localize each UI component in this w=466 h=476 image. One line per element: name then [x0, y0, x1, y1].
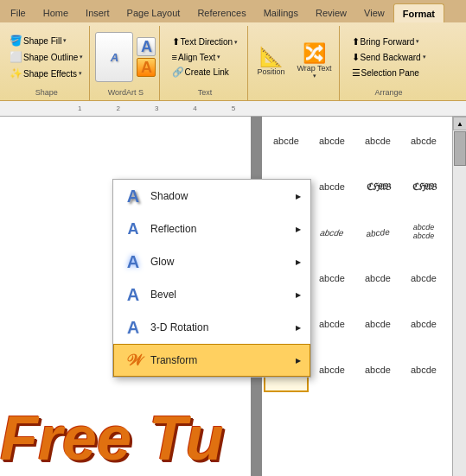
- wordart-cell-2[interactable]: abcde: [355, 118, 400, 163]
- wordart-cell-6[interactable]: ℭℌ𝔄𝔅: [355, 164, 400, 209]
- shape-effects-icon: ✨: [10, 67, 22, 79]
- wordart-cell-18[interactable]: abcde: [355, 301, 400, 346]
- menu-bevel[interactable]: A Bevel ▶: [113, 278, 310, 311]
- shape-group-content: 🪣 Shape Fill ▾ ⬜ Shape Outline ▾ ✨ Shape…: [7, 28, 86, 86]
- shape-fill-button[interactable]: 🪣 Shape Fill ▾: [7, 33, 69, 48]
- wordart-cell-22[interactable]: abcde: [355, 347, 400, 392]
- create-link-button[interactable]: 🔗 Create Link: [169, 65, 232, 79]
- arrange-buttons: ⬆ Bring Forward ▾ ⬇ Send Backward ▾ ☰ Se…: [349, 35, 429, 80]
- transform-menu-icon: 𝒲: [123, 350, 144, 371]
- tab-insert[interactable]: Insert: [77, 3, 118, 22]
- text-direction-button[interactable]: ⬆ Text Direction ▾: [169, 35, 241, 49]
- bevel-menu-label: Bevel: [150, 289, 176, 301]
- wordart-group-content: A A A: [95, 28, 156, 86]
- shadow-menu-label: Shadow: [150, 190, 188, 202]
- text-effects-menu: A Shadow ▶ A Reflection ▶ A Glow ▶ A Bev…: [112, 179, 311, 378]
- ruler: 1 2 3 4 5: [0, 101, 466, 117]
- bevel-menu-arrow: ▶: [296, 291, 301, 299]
- wrap-text-button[interactable]: 🔀 Wrap Text ▾: [293, 41, 335, 81]
- wordart-group-label: WordArt S: [108, 88, 144, 98]
- wordart-cell-10[interactable]: abcde: [354, 208, 402, 257]
- menu-shadow[interactable]: A Shadow ▶: [113, 180, 310, 213]
- tab-format[interactable]: Format: [393, 3, 444, 22]
- wordart-a-bottom-button[interactable]: A: [137, 58, 156, 77]
- wordart-cell-11[interactable]: abcdeabcde: [401, 210, 446, 255]
- wordart-cell-15[interactable]: abcde: [401, 256, 446, 301]
- reflection-menu-label: Reflection: [150, 223, 196, 235]
- shape-effects-button[interactable]: ✨ Shape Effects ▾: [7, 66, 85, 81]
- 3d-rotation-menu-icon: A: [123, 317, 144, 338]
- wordart-cell-1[interactable]: abcde: [310, 118, 354, 163]
- shadow-menu-icon: A: [123, 186, 144, 206]
- selection-pane-button[interactable]: ☰ Selection Pane: [349, 66, 422, 80]
- tab-file[interactable]: File: [2, 3, 35, 22]
- tab-home[interactable]: Home: [35, 3, 77, 22]
- wordart-cell-5[interactable]: abcde: [310, 164, 354, 209]
- group-shape: 🪣 Shape Fill ▾ ⬜ Shape Outline ▾ ✨ Shape…: [3, 26, 90, 100]
- tab-references[interactable]: References: [188, 3, 254, 22]
- bring-forward-button[interactable]: ⬆ Bring Forward ▾: [349, 35, 423, 49]
- wordart-cell-21[interactable]: abcde: [310, 347, 354, 392]
- scroll-up-button[interactable]: ▲: [453, 117, 466, 130]
- ribbon-body: 🪣 Shape Fill ▾ ⬜ Shape Outline ▾ ✨ Shape…: [0, 22, 466, 100]
- menu-reflection[interactable]: A Reflection ▶: [113, 213, 310, 245]
- tab-view[interactable]: View: [355, 3, 393, 22]
- shape-outline-button[interactable]: ⬜ Shape Outline ▾: [7, 49, 86, 65]
- content-area: 1 2 3 4 5 Free Tu abcde abcde abcde abcd…: [0, 101, 466, 476]
- shape-buttons: 🪣 Shape Fill ▾ ⬜ Shape Outline ▾ ✨ Shape…: [7, 33, 86, 81]
- wrap-text-icon: 🔀: [304, 43, 325, 64]
- menu-glow[interactable]: A Glow ▶: [113, 245, 310, 278]
- arrange-group-content: ⬆ Bring Forward ▾ ⬇ Send Backward ▾ ☰ Se…: [349, 28, 429, 86]
- position-icon: 📐: [260, 47, 281, 67]
- send-backward-icon: ⬇: [352, 52, 360, 63]
- create-link-icon: 🔗: [172, 67, 184, 78]
- bring-forward-icon: ⬆: [352, 36, 360, 48]
- group-wordart: A A A WordArt S: [92, 26, 160, 100]
- wordart-cell-14[interactable]: abcde: [355, 256, 400, 301]
- free-text: Free Tu: [0, 403, 224, 473]
- transform-menu-arrow: ▶: [296, 357, 301, 365]
- glow-menu-arrow: ▶: [296, 258, 301, 266]
- text-direction-icon: ⬆: [172, 36, 180, 48]
- group-arrange: ⬆ Bring Forward ▾ ⬇ Send Backward ▾ ☰ Se…: [342, 26, 437, 100]
- wordart-cell-3[interactable]: abcde: [401, 118, 446, 163]
- wordart-cell-17[interactable]: abcde: [310, 301, 354, 346]
- reflection-menu-arrow: ▶: [296, 225, 301, 233]
- wordart-cell-0[interactable]: abcde: [264, 118, 309, 163]
- group-text: ⬆ Text Direction ▾ ≡ Align Text ▾ 🔗 Crea…: [162, 26, 248, 100]
- transform-menu-label: Transform: [150, 354, 197, 366]
- tab-mailings[interactable]: Mailings: [255, 3, 307, 22]
- scroll-track: [453, 130, 466, 476]
- send-backward-button[interactable]: ⬇ Send Backward ▾: [349, 50, 429, 65]
- shadow-menu-arrow: ▶: [296, 193, 301, 200]
- wordart-cell-13[interactable]: abcde: [310, 256, 354, 301]
- shape-fill-arrow: ▾: [63, 37, 67, 44]
- scrollbar-vertical[interactable]: ▲ ▼: [452, 117, 466, 476]
- wordart-cell-23[interactable]: abcde: [401, 347, 446, 392]
- arrange-group-label: Arrange: [375, 88, 403, 98]
- wordart-cell-9[interactable]: abcde: [305, 210, 358, 255]
- text-group-content: ⬆ Text Direction ▾ ≡ Align Text ▾ 🔗 Crea…: [169, 28, 241, 86]
- tab-pagelayout[interactable]: Page Layout: [118, 3, 189, 22]
- bring-forward-arrow: ▾: [416, 38, 419, 45]
- align-text-icon: ≡: [172, 52, 177, 62]
- scroll-thumb[interactable]: [454, 131, 466, 166]
- wordart-a-top-button[interactable]: A: [137, 37, 156, 56]
- tab-review[interactable]: Review: [307, 3, 355, 22]
- menu-3d-rotation[interactable]: A 3-D Rotation ▶: [113, 311, 310, 344]
- reflection-menu-icon: A: [123, 219, 144, 239]
- align-text-arrow: ▾: [217, 54, 220, 60]
- wordart-cell-7[interactable]: ℭℌ𝔄𝔅: [401, 164, 446, 209]
- align-text-button[interactable]: ≡ Align Text ▾: [169, 50, 224, 64]
- shape-group-label: Shape: [35, 88, 58, 98]
- send-backward-arrow: ▾: [423, 54, 426, 60]
- quick-styles-button[interactable]: A: [95, 32, 133, 82]
- ribbon: File Home Insert Page Layout References …: [0, 0, 466, 101]
- shape-effects-arrow: ▾: [79, 70, 82, 77]
- group-position: 📐 Position 🔀 Wrap Text ▾: [250, 26, 339, 100]
- wordart-cell-19[interactable]: abcde: [401, 301, 446, 346]
- menu-transform[interactable]: 𝒲 Transform ▶: [113, 344, 310, 377]
- text-group-label: Text: [198, 88, 213, 98]
- selection-pane-icon: ☰: [352, 67, 361, 79]
- position-button[interactable]: 📐 Position: [253, 45, 288, 78]
